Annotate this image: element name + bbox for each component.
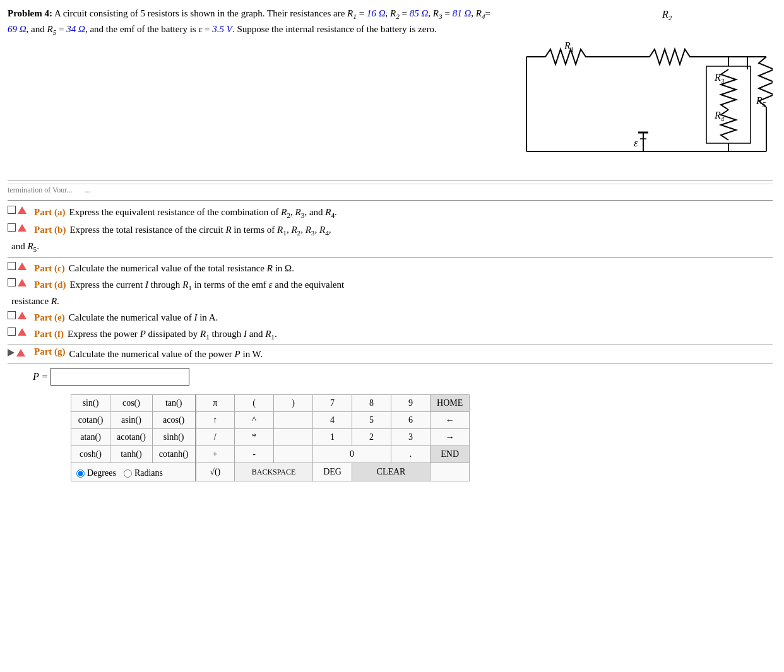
part-d-continuation: resistance R. <box>8 293 773 309</box>
end-button[interactable]: END <box>431 446 470 463</box>
part-b-text: Express the total resistance of the circ… <box>69 222 331 239</box>
part-c-text: Calculate the numerical value of the tot… <box>69 261 294 276</box>
radians-radio-label[interactable]: Radians <box>124 468 163 478</box>
num-7-button[interactable]: 7 <box>313 395 352 412</box>
part-b-triangle-icon[interactable] <box>18 224 27 232</box>
part-d-text: Express the current I through R1 in term… <box>69 277 344 293</box>
part-g-row: Part (g) Calculate the numerical value o… <box>8 344 773 364</box>
tanh-button[interactable]: tanh() <box>110 446 153 463</box>
circuit-diagram: R2 R1 R3 R4 <box>508 6 773 177</box>
num-0-button[interactable]: 0 <box>313 446 391 463</box>
num-4-button[interactable]: 4 <box>313 412 352 429</box>
part-e-square-icon[interactable] <box>8 311 16 319</box>
r4-value: 69 Ω <box>8 24 27 34</box>
home-button[interactable]: HOME <box>431 395 470 412</box>
part-f-square-icon[interactable] <box>8 327 16 336</box>
acotan-button[interactable]: acotan() <box>110 429 153 446</box>
num-5-button[interactable]: 5 <box>352 412 391 429</box>
emf-circuit-label: ε <box>634 138 638 148</box>
minus-button[interactable]: - <box>235 446 274 463</box>
decimal-button[interactable]: . <box>391 446 431 463</box>
up-arrow-button[interactable]: ↑ <box>196 412 235 429</box>
part-g-label: Part (g) <box>34 346 66 357</box>
cosh-button[interactable]: cosh() <box>71 446 110 463</box>
forward-arrow-button[interactable]: → <box>431 429 470 446</box>
part-c-square-icon[interactable] <box>8 262 16 270</box>
cotan-button[interactable]: cotan() <box>71 412 110 429</box>
num-6-button[interactable]: 6 <box>391 412 431 429</box>
slash-button[interactable]: / <box>196 429 235 446</box>
sinh-button[interactable]: sinh() <box>152 429 195 446</box>
sqrt-button[interactable]: √() <box>196 463 235 481</box>
problem-label: Problem 4: <box>8 8 52 18</box>
part-c-triangle-icon[interactable] <box>18 262 27 270</box>
keypad-table: sin() cos() tan() π ( ) 7 8 9 HOME cotan… <box>71 394 470 481</box>
parts-section: Part (a) Express the equivalent resistan… <box>8 200 773 484</box>
part-e-triangle-icon[interactable] <box>18 312 27 319</box>
part-c-icons <box>8 262 30 270</box>
empty-end <box>431 463 470 481</box>
keypad-row-1: sin() cos() tan() π ( ) 7 8 9 HOME <box>71 395 470 412</box>
r1-label: R1 <box>347 8 357 18</box>
part-a-label: Part (a) <box>34 204 66 220</box>
back-arrow-button[interactable]: ← <box>431 412 470 429</box>
problem-header: Problem 4: A circuit consisting of 5 res… <box>8 6 773 181</box>
r5-label: R5 <box>47 24 57 34</box>
part-a-triangle-icon[interactable] <box>18 206 27 214</box>
part-b-row: Part (b) Express the total resistance of… <box>8 222 773 255</box>
p-input-row: P = <box>33 368 773 386</box>
p-input-field[interactable] <box>50 368 189 386</box>
circuit-svg: R2 R1 R3 R4 <box>508 6 773 177</box>
num-8-button[interactable]: 8 <box>352 395 391 412</box>
tan-button[interactable]: tan() <box>152 395 195 412</box>
asin-button[interactable]: asin() <box>110 412 153 429</box>
clear-button[interactable]: CLEAR <box>352 463 431 481</box>
r2-circuit-label: R2 <box>662 9 672 21</box>
pi-button[interactable]: π <box>196 395 235 412</box>
part-c-label: Part (c) <box>34 261 65 276</box>
close-paren-button[interactable]: ) <box>274 395 313 412</box>
part-d-triangle-icon[interactable] <box>18 279 27 286</box>
degrees-radio-label[interactable]: Degrees <box>76 468 116 478</box>
keypad-wrapper: sin() cos() tan() π ( ) 7 8 9 HOME cotan… <box>71 394 470 481</box>
part-a-square-icon[interactable] <box>8 206 16 214</box>
part-d-square-icon[interactable] <box>8 278 16 286</box>
part-b-label: Part (b) <box>34 222 66 237</box>
empty-cell-3 <box>274 446 313 463</box>
empty-cell-2 <box>274 429 313 446</box>
caret-button[interactable]: ^ <box>235 412 274 429</box>
part-f-label: Part (f) <box>34 326 64 341</box>
part-g-arrow-icon[interactable] <box>8 349 15 357</box>
r4-label: R4 <box>476 8 485 18</box>
part-e-row: Part (e) Calculate the numerical value o… <box>8 310 773 325</box>
deg-button[interactable]: DEG <box>313 463 352 481</box>
part-b-square-icon[interactable] <box>8 223 16 232</box>
deg-rad-row-cell: Degrees Radians <box>71 463 196 481</box>
cos-button[interactable]: cos() <box>110 395 153 412</box>
part-a-text: Express the equivalent resistance of the… <box>69 204 337 221</box>
radians-radio[interactable] <box>124 469 132 478</box>
part-f-triangle-icon[interactable] <box>18 328 27 336</box>
acos-button[interactable]: acos() <box>152 412 195 429</box>
atan-button[interactable]: atan() <box>71 429 110 446</box>
sin-button[interactable]: sin() <box>71 395 110 412</box>
open-paren-button[interactable]: ( <box>235 395 274 412</box>
num-3-button[interactable]: 3 <box>391 429 431 446</box>
part-g-text: Calculate the numerical value of the pow… <box>69 346 263 362</box>
num-2-button[interactable]: 2 <box>352 429 391 446</box>
asterisk-button[interactable]: * <box>235 429 274 446</box>
plus-button[interactable]: + <box>196 446 235 463</box>
num-9-button[interactable]: 9 <box>391 395 431 412</box>
part-c-row: Part (c) Calculate the numerical value o… <box>8 261 773 276</box>
problem-text: Problem 4: A circuit consisting of 5 res… <box>8 6 508 177</box>
num-1-button[interactable]: 1 <box>313 429 352 446</box>
cotanh-button[interactable]: cotanh() <box>152 446 195 463</box>
r3-value: 81 Ω <box>453 8 472 18</box>
part-g-icons <box>8 349 30 357</box>
deg-rad-options: Degrees Radians <box>76 468 190 478</box>
backspace-button[interactable]: BACKSPACE <box>235 463 313 481</box>
separator-1 <box>8 257 773 258</box>
part-g-triangle-icon[interactable] <box>16 349 25 357</box>
degrees-radio[interactable] <box>76 469 85 478</box>
r3-label: R3 <box>433 8 442 18</box>
